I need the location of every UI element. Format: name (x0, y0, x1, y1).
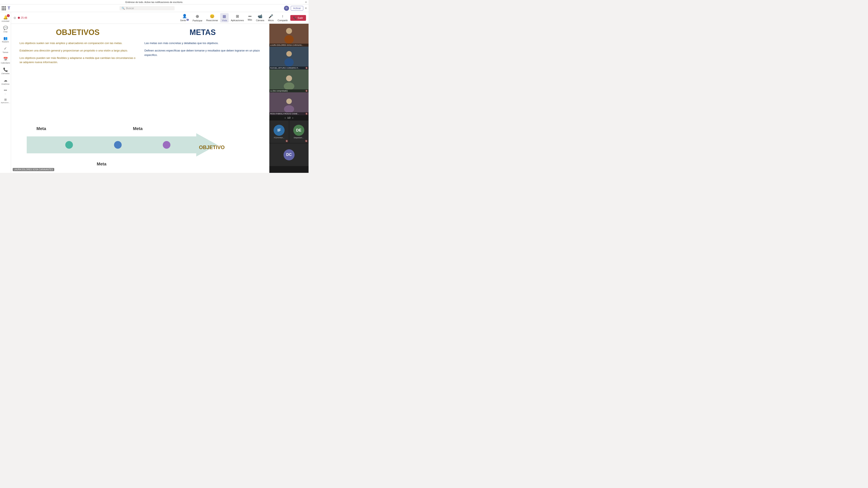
toolbar-right: 📞 Salir (290, 15, 306, 21)
slide-title-metas: METAS (145, 28, 261, 37)
sidebar: 🔔 1 Actividad 💬 Chat 👥 Equipos ✓ Tareas … (0, 12, 11, 173)
title-bar-left: T (2, 6, 10, 10)
slide-title-objetivos: OBJETIVOS (20, 28, 136, 37)
sidebar-label-tareas: Tareas (3, 51, 8, 53)
mas-icon: ••• (248, 14, 252, 18)
sidebar-item-actividad[interactable]: 🔔 1 Actividad (1, 14, 10, 24)
video-tile-name-lu: Lu (No comprobado) 🔇 (269, 89, 309, 92)
participar-icon: ⊕ (195, 14, 199, 19)
sidebar-item-chat[interactable]: 💬 Chat (1, 24, 10, 34)
participar-label: Participar (193, 19, 203, 22)
sidebar-item-more[interactable]: ••• ... (1, 87, 10, 96)
sidebar-item-onedrive[interactable]: ☁ OneDrive (1, 77, 10, 87)
prev-page-arrow[interactable]: ‹ (285, 116, 286, 120)
close-window-icon[interactable]: × (305, 6, 307, 10)
micro-button[interactable]: 🎤 Micro (267, 13, 276, 23)
objetivos-p3: Los objetivos pueden ser más flexibles y… (20, 56, 136, 65)
video-tile-name-rosa: ROSA FABIOLA ROSAS CISNE... 🔇 (269, 112, 309, 115)
svg-point-12 (286, 98, 292, 104)
vista-icon: ▦ (222, 14, 226, 19)
video-tile-laura: LAURA DOLORES SOSA CARAVAN... (269, 24, 309, 46)
sidebar-item-calendario[interactable]: 📅 Calendario (1, 56, 10, 65)
toolbar-center: 👤 Gente 8 ⊕ Participar 😊 Reaccionar ▦ Vi… (179, 13, 289, 23)
if-muted-icon: 🔇 (285, 140, 288, 142)
svg-point-5 (284, 35, 294, 44)
objetivo-label: OBJETIVO (199, 144, 225, 151)
activate-button[interactable]: Activar (291, 6, 303, 10)
apps-grid-icon[interactable] (2, 6, 6, 10)
de-muted-icon: 🔇 (305, 140, 308, 142)
search-icon: 🔍 (122, 7, 125, 10)
speaker-name-overlay: LAURA DOLORES SOSA CARAVANTES (13, 168, 54, 171)
sidebar-label-equipos: Equipos (2, 41, 9, 43)
reaccionar-icon: 😊 (210, 14, 214, 19)
gente-button[interactable]: 👤 Gente 8 (179, 13, 190, 23)
mas-button[interactable]: ••• Más (246, 14, 254, 22)
pagination-bar: ‹ 1/2 › (269, 115, 309, 120)
rafael-muted-icon: 🔇 (305, 67, 308, 69)
sidebar-item-llamadas[interactable]: 📞 Llamadas (1, 66, 10, 76)
avatar-name-de: Departam... (294, 137, 304, 139)
camara-button[interactable]: 📹 Cámara (254, 13, 266, 23)
aplicaciones-sidebar-icon: ⊞ (4, 98, 7, 101)
avatar-initials-dc: DC (286, 153, 292, 157)
search-bar[interactable]: 🔍 Buscar (120, 6, 175, 10)
svg-point-4 (286, 28, 292, 34)
teams-logo: T (8, 6, 10, 10)
leave-label: Salir (298, 16, 303, 20)
content-area: OBJETIVOS METAS Los objetivos suelen ser… (11, 24, 309, 173)
llamadas-icon: 📞 (3, 67, 8, 72)
pagination-text: 1/2 (287, 117, 290, 119)
slide-header: OBJETIVOS METAS (20, 28, 261, 37)
timer-value: 25:48 (21, 16, 27, 19)
svg-point-1 (65, 141, 73, 149)
avatar-circle-if: IF (274, 125, 285, 136)
avatar-initials-de: DE (296, 128, 301, 133)
compartir-icon: ↑ (282, 14, 283, 19)
rosa-name-label: ROSA FABIOLA ROSAS CISNE... (270, 113, 299, 115)
sidebar-item-tareas[interactable]: ✓ Tareas (1, 45, 10, 55)
vista-button[interactable]: ▦ Vista (220, 13, 229, 23)
next-page-arrow[interactable]: › (292, 116, 293, 120)
slide-area: OBJETIVOS METAS Los objetivos suelen ser… (11, 24, 269, 173)
notification-bar: Entérese de todo. Active las notificacio… (0, 0, 309, 4)
svg-point-6 (286, 51, 292, 57)
arrow-svg (20, 132, 225, 158)
video-panel: LAURA DOLORES SOSA CARAVAN... RAFAEL ART… (269, 24, 309, 173)
video-tile-name-laura: LAURA DOLORES SOSA CARAVAN... (269, 44, 309, 46)
notification-close[interactable]: × (305, 0, 307, 4)
avatar-name-if: ITZAYANA... (274, 137, 284, 139)
laura-name-label: LAURA DOLORES SOSA CARAVAN... (270, 44, 303, 46)
leave-button[interactable]: 📞 Salir (290, 15, 306, 21)
aplicaciones-button[interactable]: ⊞ Aplicaciones (229, 13, 246, 23)
video-tile-rosa: ROSA FABIOLA ROSAS CISNE... 🔇 (269, 92, 309, 115)
aplicaciones-icon: ⊞ (236, 14, 239, 19)
title-bar: T 🔍 Buscar D Activar × (0, 4, 309, 12)
sidebar-label-llamadas: Llamadas (1, 72, 9, 74)
user-avatar[interactable]: D (284, 6, 289, 11)
reaccionar-button[interactable]: 😊 Reaccionar (205, 13, 220, 23)
meeting-toolbar: ⊙ 25:48 👤 Gente 8 ⊕ Participar 😊 Reaccio (11, 12, 309, 24)
compartir-button[interactable]: ↑ Compartir (276, 13, 289, 23)
avatar-circle-de: DE (293, 125, 304, 136)
chat-icon: 💬 (3, 26, 8, 30)
status-icon: ⊙ (13, 16, 16, 20)
participar-button[interactable]: ⊕ Participar (191, 13, 204, 23)
onedrive-icon: ☁ (4, 78, 7, 83)
video-tile-lu: Lu (No comprobado) 🔇 (269, 69, 309, 92)
person-silhouette-rafael (283, 50, 296, 66)
gente-icon: 👤 (182, 14, 187, 19)
sidebar-item-equipos[interactable]: 👥 Equipos (1, 35, 10, 44)
video-tile-name-rafael: RAFAEL ARTURO CORDERO P... 🔇 (269, 66, 309, 69)
sidebar-label-more: ... (5, 92, 6, 94)
reaccionar-label: Reaccionar (206, 19, 218, 22)
sidebar-label-chat: Chat (3, 31, 7, 33)
meta-label-bottom: Meta (97, 162, 106, 166)
meeting-timer: 25:48 (18, 16, 27, 19)
avatar-tile-if: IF ITZAYANA... 🔇 (269, 120, 289, 143)
avatar-grid: IF ITZAYANA... 🔇 DE Departam... 🔇 (269, 120, 309, 143)
sidebar-item-aplicaciones[interactable]: ⊞ Aplicacion... (1, 97, 10, 105)
avatar-initials-if: IF (277, 128, 281, 133)
leave-icon: 📞 (293, 16, 297, 20)
slide-body: Los objetivos suelen ser más amplios y a… (20, 41, 261, 126)
